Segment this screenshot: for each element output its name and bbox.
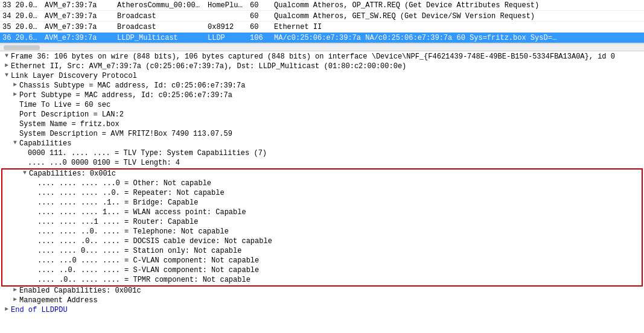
expand-icon[interactable]: ►: [11, 296, 19, 303]
detail-pane: ▼ Frame 36: 106 bytes on wire (848 bits)…: [0, 51, 644, 317]
expand-icon[interactable]: ▼: [2, 72, 11, 78]
frame-detail-row[interactable]: ▼ Frame 36: 106 bytes on wire (848 bits)…: [0, 52, 644, 62]
expand-icon[interactable]: ►: [11, 287, 19, 293]
no-expand-icon: [11, 110, 19, 117]
end-lldpdu-row[interactable]: ► End of LLDPDU: [0, 306, 644, 316]
expand-icon[interactable]: ►: [2, 62, 11, 69]
enabled-cap-row[interactable]: ► Enabled Capabilities: 0x001c: [8, 287, 644, 296]
lldp-detail-row[interactable]: ▼ Link Layer Discovery Protocol: [0, 72, 644, 81]
cap-bridge-row[interactable]: .... .... .... .1.. = Bridge: Capable: [28, 198, 642, 208]
no-expand-icon: [19, 159, 28, 165]
cap-tpmr-row[interactable]: .... .0.. .... .... = TPMR component: No…: [28, 276, 642, 285]
no-expand-icon: [29, 276, 37, 282]
capabilities-box: ▼ Capabilities: 0x001c .... .... .... ..…: [1, 168, 643, 287]
no-expand-icon: [29, 266, 37, 273]
no-expand-icon: [29, 227, 37, 234]
tlv-type-row[interactable]: 0000 111. .... .... = TLV Type: System C…: [17, 149, 644, 159]
packet-row[interactable]: 34 20.005335 AVM_e7:39:7a Broadcast 60 Q…: [0, 11, 644, 22]
sys-desc-row[interactable]: System Description = AVM FRITZ!Box 7490 …: [8, 130, 644, 139]
ttl-row[interactable]: Time To Live = 60 sec: [8, 101, 644, 110]
sys-name-row[interactable]: System Name = fritz.box: [8, 120, 644, 130]
cap-other-row[interactable]: .... .... .... ...0 = Other: Not capable: [28, 179, 642, 189]
cap-cvlan-row[interactable]: .... ...0 .... .... = C-VLAN component: …: [28, 256, 642, 266]
packet-row[interactable]: 33 20.005335 AVM_e7:39:7a AtherosCommu_0…: [0, 0, 644, 11]
port-subtype-row[interactable]: ► Port Subtype = MAC address, Id: c0:25:…: [8, 91, 644, 101]
expand-icon[interactable]: ▼: [21, 170, 29, 176]
cap-station-row[interactable]: .... .... 0... .... = Station only: Not …: [28, 247, 642, 256]
expand-icon[interactable]: ▼: [2, 52, 11, 59]
packet-row[interactable]: 35 20.005335 AVM_e7:39:7a Broadcast 0x89…: [0, 22, 644, 33]
no-expand-icon: [11, 130, 19, 136]
no-expand-icon: [29, 189, 37, 195]
port-desc-row[interactable]: Port Description = LAN:2: [8, 110, 644, 120]
horizontal-scrollbar[interactable]: [0, 44, 644, 51]
no-expand-icon: [29, 208, 37, 215]
capabilities-value-label: Capabilities: 0x001c: [29, 170, 639, 178]
ethernet-detail-row[interactable]: ► Ethernet II, Src: AVM_e7:39:7a (c0:25:…: [0, 62, 644, 72]
cap-repeater-row[interactable]: .... .... .... ..0. = Repeater: Not capa…: [28, 189, 642, 198]
expand-icon[interactable]: ►: [11, 91, 19, 98]
cap-svlan-row[interactable]: .... ..0. .... .... = S-VLAN component: …: [28, 266, 642, 276]
scrollbar-thumb[interactable]: [4, 45, 40, 50]
cap-router-row[interactable]: .... .... ...1 .... = Router: Capable: [28, 218, 642, 227]
no-expand-icon: [11, 120, 19, 127]
expand-icon[interactable]: ►: [2, 306, 11, 312]
no-expand-icon: [29, 256, 37, 263]
packet-row-selected[interactable]: 36 20.673416 AVM_e7:39:7a LLDP_Multicast…: [0, 33, 644, 43]
mgmt-addr-row[interactable]: ► Management Address: [8, 296, 644, 306]
no-expand-icon: [11, 101, 19, 107]
no-expand-icon: [29, 218, 37, 224]
no-expand-icon: [29, 198, 37, 205]
cap-docsis-row[interactable]: .... .... .0.. .... = DOCSIS cable devic…: [28, 237, 642, 247]
expand-icon[interactable]: ▼: [11, 139, 19, 146]
cap-telephone-row[interactable]: .... .... ..0. .... = Telephone: Not cap…: [28, 227, 642, 237]
packet-list: 33 20.005335 AVM_e7:39:7a AtherosCommu_0…: [0, 0, 644, 44]
no-expand-icon: [29, 247, 37, 253]
no-expand-icon: [19, 149, 28, 156]
cap-wlan-row[interactable]: .... .... .... 1... = WLAN access point:…: [28, 208, 642, 218]
no-expand-icon: [29, 237, 37, 244]
capabilities-value-row[interactable]: ▼ Capabilities: 0x001c: [19, 170, 642, 179]
no-expand-icon: [29, 179, 37, 186]
chassis-subtype-row[interactable]: ► Chassis Subtype = MAC address, Id: c0:…: [8, 81, 644, 91]
capabilities-parent-row[interactable]: ▼ Capabilities: [8, 139, 644, 149]
tlv-len-row[interactable]: .... ...0 0000 0100 = TLV Length: 4: [17, 159, 644, 168]
expand-icon[interactable]: ►: [11, 81, 19, 88]
